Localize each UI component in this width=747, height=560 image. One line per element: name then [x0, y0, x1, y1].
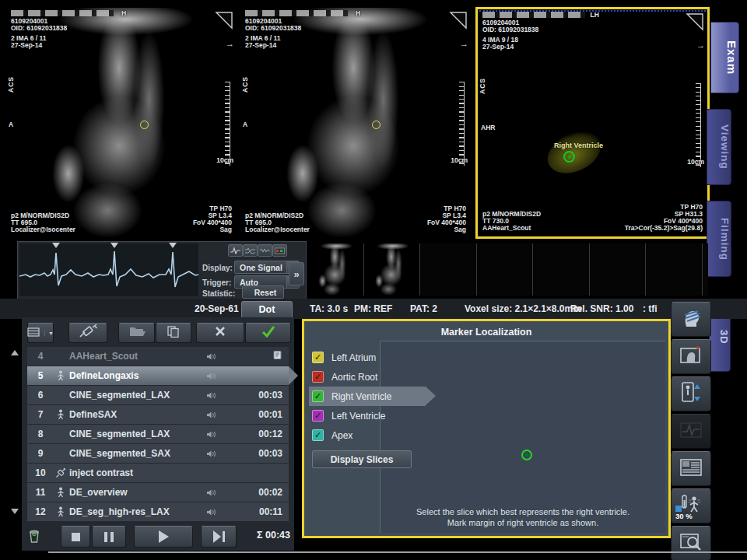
- speaker-icon: [206, 508, 242, 516]
- marker-reference-image[interactable]: [466, 352, 630, 499]
- marker-checkbox[interactable]: ✓: [312, 410, 324, 422]
- scale-label: 10cm: [687, 159, 704, 166]
- protocol-card-icon[interactable]: [272, 352, 282, 362]
- pm-value: PM: REF: [354, 303, 392, 314]
- protocol-card-button[interactable]: [671, 451, 711, 486]
- physio-signal-button[interactable]: [671, 414, 711, 449]
- play-button[interactable]: [134, 526, 193, 548]
- sagittal-scout-thumbnail[interactable]: [307, 243, 364, 296]
- queue-row-DefineSAX[interactable]: 7DefineSAX00:01: [27, 405, 289, 424]
- viewport-sagittal-1[interactable]: 6109204001 OID: 61092031838 2 IMA 6 / 11…: [6, 8, 237, 238]
- ecg-dual-signal-icon-button[interactable]: [243, 244, 258, 257]
- queue-row-DefineLongaxis[interactable]: 5DefineLongaxis: [27, 366, 289, 385]
- ecg-status-icon-button[interactable]: [272, 244, 287, 257]
- sequence-type: : tfi: [643, 303, 658, 314]
- apply-icon: [261, 325, 275, 341]
- orientation-top-label: H: [356, 10, 360, 18]
- delete-queue-button[interactable]: [23, 526, 45, 546]
- viewport-sagittal-2[interactable]: 6109204001 OID: 61092031838 2 IMA 6 / 11…: [240, 8, 471, 238]
- apply-button[interactable]: [245, 323, 291, 343]
- marker-item-right-ventricle[interactable]: ✓Right Ventricle: [309, 387, 426, 406]
- ecg-status-icon: [275, 243, 285, 257]
- head-coil-button[interactable]: [671, 302, 711, 337]
- scan-date: 27-Sep-14: [245, 42, 276, 50]
- thumbnail-image: [364, 243, 420, 296]
- marker-checkbox[interactable]: ✓: [312, 429, 324, 441]
- cardiac-scout-thumbnail[interactable]: [420, 243, 477, 296]
- ecg-multi-signal-icon-button[interactable]: [258, 244, 272, 257]
- protocol-card-icon: [679, 458, 703, 480]
- contrast-syringe-icon: [78, 324, 98, 342]
- viewport-cardiac-active[interactable]: 6109204001 OID: 61092031838 4 IMA 9 / 18…: [475, 7, 710, 239]
- slice-position-marker[interactable]: [372, 121, 381, 129]
- queue-row-DE_seg_high-res_LAX[interactable]: 12DE_seg_high-res_LAX00:11: [27, 502, 289, 521]
- marker-checkbox[interactable]: ✓: [312, 390, 324, 402]
- display-slices-button[interactable]: Display Slices: [312, 450, 412, 468]
- scroll-arrow-icon[interactable]: →: [226, 39, 234, 48]
- queue-row-CINE_segmented_LAX[interactable]: 8CINE_segmented_LAX00:12: [27, 425, 289, 443]
- marker-label: Left Atrium: [331, 352, 376, 363]
- protocol-name: AAHeart_Scout: [68, 351, 206, 362]
- queue-row-inject contrast[interactable]: 10inject contrast: [27, 464, 289, 482]
- scroll-down-indicator[interactable]: [11, 509, 19, 514]
- stop-button[interactable]: [61, 526, 90, 548]
- folded-corner-icon: [449, 11, 468, 30]
- chevron-down-icon[interactable]: ▼: [44, 331, 54, 336]
- marker-checkbox[interactable]: ✓: [312, 371, 324, 383]
- queue-row-DE_overview[interactable]: 11DE_overview00:02: [27, 483, 289, 502]
- speaker-icon: [206, 411, 242, 419]
- ecg-curve-icon-button[interactable]: [228, 244, 243, 257]
- right-ventricle-point-marker[interactable]: [521, 450, 532, 460]
- table-view-button[interactable]: ▼: [27, 323, 54, 343]
- tab-exam[interactable]: Exam: [710, 22, 739, 93]
- oid-label: OID: 61092031838: [482, 26, 538, 34]
- sar-value: 30 %: [675, 512, 693, 520]
- patient-position-button[interactable]: [671, 376, 711, 411]
- marker-item-left-ventricle[interactable]: ✓Left Ventricle: [309, 406, 426, 425]
- dot-engine-button[interactable]: Dot: [241, 301, 293, 318]
- physio-signal-icon: [680, 422, 702, 441]
- queue-row-CINE_segmented_SAX[interactable]: 9CINE_segmented_SAX00:03: [27, 444, 289, 463]
- film-strip: [307, 243, 708, 296]
- skip-to-end-button[interactable]: [201, 526, 237, 548]
- pause-button[interactable]: [92, 526, 126, 548]
- orientation-mid-label: AHR: [481, 124, 495, 132]
- right-ventricle-marker-label: Right Ventricle: [554, 142, 603, 149]
- side-toolbar: 30 %: [671, 302, 711, 560]
- queue-row-AAHeart_Scout[interactable]: 4AAHeart_Scout: [27, 347, 289, 366]
- stop-icon: [72, 533, 80, 541]
- marker-item-left-atrium[interactable]: ✓Left Atrium: [309, 348, 426, 367]
- contrast-button[interactable]: [68, 323, 107, 343]
- empty-thumbnail-slot: [477, 243, 534, 296]
- sar-monitor-button[interactable]: 30 %: [671, 488, 711, 523]
- marker-checkbox[interactable]: ✓: [312, 352, 324, 363]
- image-orientation-icon: [679, 345, 703, 369]
- tab-viewing[interactable]: Viewing: [707, 109, 731, 185]
- slice-position-marker[interactable]: [140, 121, 149, 129]
- scroll-arrow-icon[interactable]: →: [696, 40, 705, 50]
- syringe-icon: [54, 467, 68, 478]
- table-view-icon: [27, 326, 40, 340]
- cancel-button[interactable]: [196, 323, 244, 343]
- copy-protocol-button[interactable]: [156, 323, 191, 343]
- reset-button[interactable]: Reset: [242, 285, 284, 299]
- pause-icon: [103, 532, 115, 542]
- right-ventricle-marker[interactable]: [563, 151, 575, 163]
- display-select-value: One Signal: [240, 263, 282, 272]
- expand-physio-button[interactable]: »: [289, 262, 304, 285]
- image-orientation-button[interactable]: [671, 339, 711, 374]
- marker-item-apex[interactable]: ✓Apex: [309, 425, 426, 445]
- empty-thumbnail-slot: [533, 243, 590, 296]
- orientation-top-label: H: [121, 10, 126, 18]
- scroll-up-indicator[interactable]: [11, 350, 19, 355]
- coronal-scout-thumbnail[interactable]: [364, 243, 421, 296]
- scroll-arrow-icon[interactable]: →: [460, 39, 468, 48]
- open-folder-button[interactable]: [118, 323, 155, 343]
- marker-item-aortic-root[interactable]: ✓Aortic Root: [309, 367, 426, 387]
- ecg-trace: [19, 243, 198, 296]
- tab-filming[interactable]: Filming: [707, 201, 731, 277]
- scan-duration: 00:03: [242, 390, 289, 401]
- queue-row-CINE_segmented_LAX[interactable]: 6CINE_segmented_LAX00:03: [27, 386, 289, 404]
- reset-button-label: Reset: [254, 288, 277, 297]
- inline-display-button[interactable]: [671, 526, 711, 560]
